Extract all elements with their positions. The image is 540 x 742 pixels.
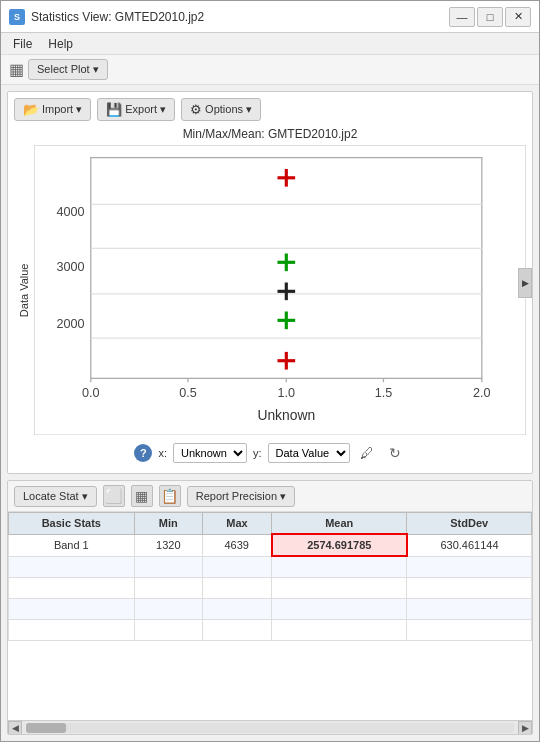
plot-container: 📂 Import ▾ 💾 Export ▾ ⚙ Options ▾ Min/Ma…	[7, 91, 533, 474]
x-axis-label-text: x:	[158, 447, 167, 459]
h-scroll-track[interactable]	[26, 723, 514, 733]
export-table-icon[interactable]: 📋	[159, 485, 181, 507]
stats-section: Locate Stat ▾ ⬜ ▦ 📋 Report Precision ▾ B…	[7, 480, 533, 735]
import-button[interactable]: 📂 Import ▾	[14, 98, 91, 121]
chart-title: Min/Max/Mean: GMTED2010.jp2	[14, 127, 526, 141]
y-axis-label: Data Value	[14, 145, 34, 435]
svg-text:2000: 2000	[56, 317, 84, 331]
empty-table-row	[9, 578, 532, 599]
pencil-icon[interactable]: 🖊	[356, 442, 378, 464]
stats-toolbar: Locate Stat ▾ ⬜ ▦ 📋 Report Precision ▾	[8, 481, 532, 512]
cell-max: 4639	[202, 534, 271, 556]
empty-table-row	[9, 599, 532, 620]
cell-mean: 2574.691785	[272, 534, 407, 556]
svg-text:0.5: 0.5	[179, 386, 197, 400]
svg-text:1.5: 1.5	[375, 386, 393, 400]
stats-table-wrapper[interactable]: Basic Stats Min Max Mean StdDev Band 113…	[8, 512, 532, 720]
svg-text:4000: 4000	[56, 205, 84, 219]
menu-file[interactable]: File	[5, 35, 40, 53]
svg-text:0.0: 0.0	[82, 386, 100, 400]
export-button[interactable]: 💾 Export ▾	[97, 98, 175, 121]
minimize-button[interactable]: —	[449, 7, 475, 27]
cell-band: Band 1	[9, 534, 135, 556]
main-toolbar: ▦ Select Plot ▾	[1, 55, 539, 85]
copy-icon[interactable]: ⬜	[103, 485, 125, 507]
locate-stat-button[interactable]: Locate Stat ▾	[14, 486, 97, 507]
chart-svg: 2000 3000 4000 0.0 0.5 1.0 1.5 2.0 Unkno…	[34, 145, 526, 435]
main-window: S Statistics View: GMTED2010.jp2 — □ ✕ F…	[0, 0, 540, 742]
col-min: Min	[134, 513, 202, 535]
svg-text:1.0: 1.0	[278, 386, 296, 400]
svg-text:3000: 3000	[56, 260, 84, 274]
table-row: Band 1132046392574.691785630.461144	[9, 534, 532, 556]
scroll-right-button[interactable]: ▶	[518, 721, 532, 735]
title-bar: S Statistics View: GMTED2010.jp2 — □ ✕	[1, 1, 539, 33]
report-precision-button[interactable]: Report Precision ▾	[187, 486, 295, 507]
options-button[interactable]: ⚙ Options ▾	[181, 98, 261, 121]
plot-scroll-right[interactable]: ▶	[518, 268, 532, 298]
col-stddev: StdDev	[407, 513, 532, 535]
app-icon: S	[9, 9, 25, 25]
col-max: Max	[202, 513, 271, 535]
empty-table-row	[9, 620, 532, 641]
select-plot-button[interactable]: Select Plot ▾	[28, 59, 108, 80]
cell-stddev: 630.461144	[407, 534, 532, 556]
h-scroll-thumb[interactable]	[26, 723, 66, 733]
menu-help[interactable]: Help	[40, 35, 81, 53]
y-axis-label-text: y:	[253, 447, 262, 459]
table-header-row: Basic Stats Min Max Mean StdDev	[9, 513, 532, 535]
chart-inner: 2000 3000 4000 0.0 0.5 1.0 1.5 2.0 Unkno…	[34, 145, 526, 435]
x-axis-select[interactable]: Unknown	[173, 443, 247, 463]
cell-min: 1320	[134, 534, 202, 556]
y-axis-select[interactable]: Data Value	[268, 443, 350, 463]
bottom-scrollbar: ◀ ▶	[8, 720, 532, 734]
col-basic-stats: Basic Stats	[9, 513, 135, 535]
help-button[interactable]: ?	[134, 444, 152, 462]
toolbar-icon: ▦	[9, 60, 24, 79]
table-icon[interactable]: ▦	[131, 485, 153, 507]
window-controls: — □ ✕	[449, 7, 531, 27]
stats-table: Basic Stats Min Max Mean StdDev Band 113…	[8, 512, 532, 641]
maximize-button[interactable]: □	[477, 7, 503, 27]
svg-text:Unknown: Unknown	[257, 407, 315, 423]
empty-table-row	[9, 556, 532, 578]
close-button[interactable]: ✕	[505, 7, 531, 27]
scroll-left-button[interactable]: ◀	[8, 721, 22, 735]
menu-bar: File Help	[1, 33, 539, 55]
refresh-icon[interactable]: ↻	[384, 442, 406, 464]
axis-controls: ? x: Unknown y: Data Value 🖊 ↻	[14, 439, 526, 467]
plot-toolbar: 📂 Import ▾ 💾 Export ▾ ⚙ Options ▾	[14, 98, 526, 121]
svg-text:2.0: 2.0	[473, 386, 491, 400]
main-content: 📂 Import ▾ 💾 Export ▾ ⚙ Options ▾ Min/Ma…	[1, 85, 539, 741]
chart-area: Data Value	[14, 145, 526, 435]
window-title: Statistics View: GMTED2010.jp2	[31, 10, 449, 24]
col-mean: Mean	[272, 513, 407, 535]
